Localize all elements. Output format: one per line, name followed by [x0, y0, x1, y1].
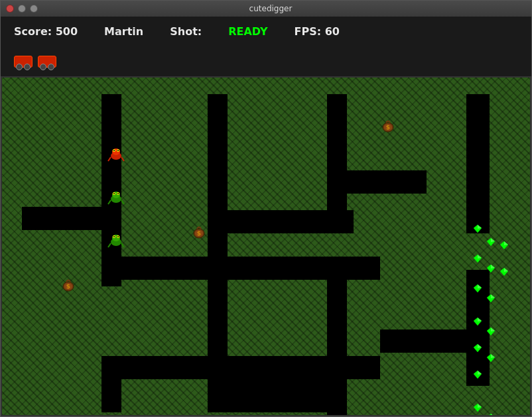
diamond-icon [473, 402, 482, 415]
hud-top-row: Score: 500 Martin Shot: READY FPS: 60 [1, 17, 531, 46]
diamond-icon [473, 283, 482, 296]
close-button[interactable] [6, 5, 14, 13]
svg-marker-44 [504, 268, 508, 272]
diamond-icon [486, 326, 496, 339]
tunnel [22, 207, 101, 230]
diamond-icon [473, 253, 482, 266]
svg-line-32 [121, 243, 124, 247]
svg-marker-54 [478, 344, 482, 348]
money-bag-icon: $ [191, 223, 207, 239]
svg-text:$: $ [386, 124, 390, 131]
svg-point-30 [117, 236, 119, 237]
money-bag-icon: $ [60, 276, 76, 292]
svg-marker-56 [491, 354, 495, 358]
frog-sprite-2 [107, 230, 125, 251]
svg-point-29 [113, 236, 115, 237]
svg-line-16 [121, 157, 124, 161]
svg-text:$: $ [197, 230, 201, 237]
window-title: cutedigger [42, 4, 499, 13]
window: cutedigger Score: 500 Martin Shot: READY… [0, 0, 532, 417]
shot-label: Shot: [170, 25, 202, 38]
svg-line-31 [108, 243, 111, 247]
svg-marker-38 [504, 241, 508, 245]
diamond-icon [486, 263, 496, 276]
tunnel [208, 280, 228, 392]
svg-line-24 [121, 200, 124, 204]
score-display: Score: 500 [14, 25, 78, 38]
svg-marker-36 [491, 238, 495, 242]
svg-point-14 [117, 150, 119, 151]
diamond-icon [486, 412, 496, 416]
diamond-icon [486, 237, 496, 249]
life-icon-2 [38, 56, 56, 68]
tunnel [466, 94, 490, 233]
svg-marker-46 [478, 284, 482, 288]
svg-point-22 [117, 193, 119, 194]
game-area: $ $ $ [1, 76, 531, 416]
svg-marker-60 [478, 404, 482, 408]
diamond-icon [486, 293, 496, 306]
diamond-icon [499, 416, 509, 416]
diamond-icon [473, 223, 482, 236]
diamond-icon [473, 316, 482, 329]
svg-marker-42 [491, 265, 495, 268]
tunnel [380, 329, 473, 353]
maximize-button[interactable] [30, 5, 38, 13]
svg-line-23 [108, 200, 111, 204]
minimize-button[interactable] [18, 5, 26, 13]
svg-point-21 [113, 193, 115, 194]
tunnel [327, 402, 347, 416]
svg-marker-58 [478, 371, 482, 375]
svg-line-15 [108, 157, 111, 161]
tunnel [208, 379, 347, 412]
svg-text:$: $ [66, 283, 70, 290]
hud: Score: 500 Martin Shot: READY FPS: 60 [1, 17, 531, 76]
svg-point-13 [113, 150, 115, 151]
diamond-icon [499, 240, 509, 253]
svg-marker-50 [478, 318, 482, 322]
tunnel [101, 379, 121, 412]
fps-display: FPS: 60 [295, 25, 340, 38]
svg-marker-52 [491, 328, 495, 331]
diamond-icon [473, 369, 482, 382]
tunnel [327, 94, 347, 233]
tunnel [208, 94, 228, 273]
frog-sprite-0 [107, 144, 125, 165]
frog-sprite-1 [107, 187, 125, 208]
diamond-icon [473, 343, 482, 355]
tunnel [327, 170, 427, 194]
svg-marker-34 [478, 225, 482, 229]
diamond-icon [499, 267, 509, 279]
life-icon-1 [14, 56, 33, 68]
diamond-icon [486, 353, 496, 365]
money-bag-icon: $ [380, 117, 396, 133]
player-name: Martin [104, 25, 143, 38]
lives-display [1, 46, 531, 76]
titlebar: cutedigger [1, 1, 531, 17]
svg-marker-48 [491, 294, 495, 298]
svg-marker-40 [478, 255, 482, 259]
shot-value: READY [228, 25, 267, 38]
